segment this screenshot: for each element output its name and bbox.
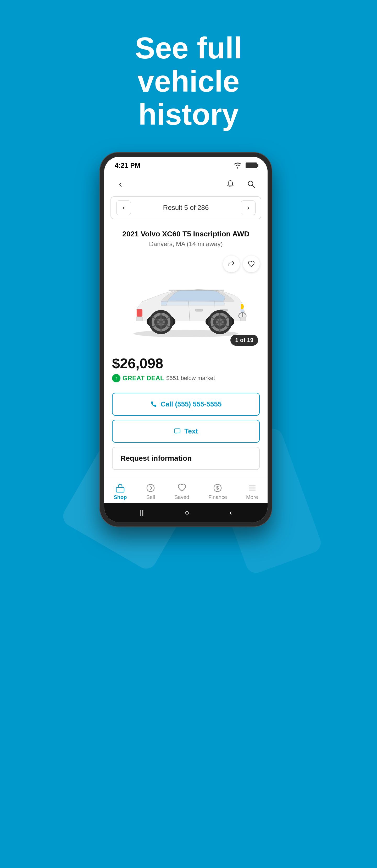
back-button[interactable]: ‹	[112, 176, 128, 192]
price-section: $26,098 ↑ GREAT DEAL $551 below market	[104, 350, 268, 393]
home-nav-icon[interactable]: ○	[185, 508, 190, 517]
hero-section: See full vehicle history	[84, 31, 293, 131]
nav-item-sell[interactable]: Sell	[146, 483, 155, 500]
more-icon	[247, 483, 257, 493]
nav-icons	[222, 176, 259, 192]
svg-rect-3	[137, 309, 142, 317]
phone-frame: 4:21 PM ‹	[100, 152, 272, 527]
top-nav: ‹	[104, 172, 268, 196]
svg-line-1	[252, 185, 255, 188]
deal-sub: $551 below market	[166, 375, 215, 381]
svg-rect-6	[195, 309, 203, 311]
svg-rect-27	[174, 429, 180, 433]
battery-icon	[246, 162, 257, 168]
share-button[interactable]	[223, 255, 240, 272]
bell-button[interactable]	[222, 176, 238, 192]
menu-nav-icon[interactable]: |||	[140, 509, 145, 516]
call-button[interactable]: Call (555) 555-5555	[112, 393, 260, 416]
wifi-icon	[233, 162, 242, 169]
sell-icon	[146, 483, 155, 493]
saved-icon	[177, 483, 187, 493]
vehicle-image-section: 1 of 19	[104, 250, 268, 350]
svg-text:$: $	[216, 485, 219, 491]
text-label: Text	[184, 427, 198, 435]
status-time: 4:21 PM	[115, 161, 140, 169]
hero-line2: vehicle history	[84, 65, 293, 131]
hero-line1: See full	[84, 31, 293, 65]
text-button[interactable]: Text	[112, 420, 260, 443]
favorite-button[interactable]	[243, 255, 260, 272]
nav-item-finance[interactable]: $ Finance	[208, 483, 227, 500]
search-icon	[247, 180, 255, 188]
cta-section: Call (555) 555-5555 Text	[104, 393, 268, 443]
prev-result-button[interactable]: ‹	[116, 200, 131, 215]
phone-screen: 4:21 PM ‹	[104, 157, 268, 522]
search-button[interactable]	[243, 176, 259, 192]
deal-label: GREAT DEAL	[123, 374, 164, 382]
result-nav-container: ‹ Result 5 of 286 ›	[110, 196, 261, 219]
svg-rect-28	[116, 488, 124, 492]
phone-icon	[150, 401, 157, 407]
call-label: Call (555) 555-5555	[161, 400, 222, 408]
status-bar: 4:21 PM	[104, 157, 268, 172]
image-counter: 1 of 19	[230, 335, 258, 346]
nav-item-saved[interactable]: Saved	[174, 483, 189, 500]
nav-label-finance: Finance	[208, 494, 227, 500]
next-result-button[interactable]: ›	[241, 200, 255, 215]
status-icons	[233, 162, 257, 169]
phone-device: 4:21 PM ‹	[100, 152, 277, 527]
back-nav-icon[interactable]: ‹	[229, 508, 232, 517]
finance-icon: $	[213, 483, 222, 493]
vehicle-location: Danvers, MA (14 mi away)	[112, 240, 260, 248]
bottom-nav: Shop Sell Saved	[104, 478, 268, 503]
share-icon	[228, 260, 235, 268]
request-label: Request information	[121, 454, 192, 462]
vehicle-info: 2021 Volvo XC60 T5 Inscription AWD Danve…	[104, 225, 268, 250]
deal-icon: ↑	[112, 374, 121, 382]
shop-icon	[115, 483, 125, 493]
result-counter: Result 5 of 286	[163, 204, 209, 212]
deal-badge: ↑ GREAT DEAL $551 below market	[112, 374, 260, 382]
nav-item-shop[interactable]: Shop	[114, 483, 127, 500]
vehicle-title: 2021 Volvo XC60 T5 Inscription AWD	[112, 230, 260, 238]
nav-label-sell: Sell	[146, 494, 155, 500]
nav-label-more: More	[246, 494, 258, 500]
nav-label-shop: Shop	[114, 494, 127, 500]
car-illustration	[115, 261, 256, 339]
nav-label-saved: Saved	[174, 494, 189, 500]
bell-icon	[226, 180, 235, 188]
price-amount: $26,098	[112, 355, 260, 371]
phone-system-nav: ||| ○ ‹	[104, 503, 268, 522]
heart-icon	[248, 260, 255, 268]
request-info-section[interactable]: Request information	[112, 447, 260, 470]
sms-icon	[174, 428, 181, 435]
nav-item-more[interactable]: More	[246, 483, 258, 500]
image-actions	[223, 255, 260, 272]
